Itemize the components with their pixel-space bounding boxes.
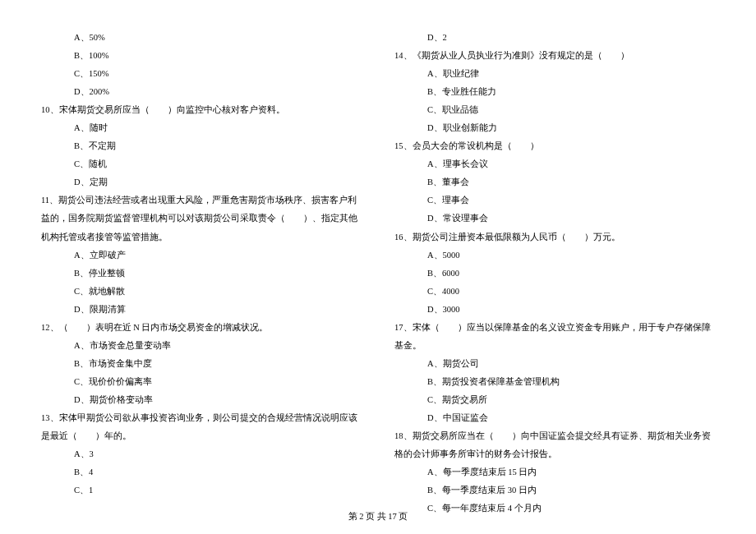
option-line: B、停业整顿 [41, 265, 362, 283]
option-line: A、期货公司 [394, 355, 715, 373]
option-line: A、5000 [394, 246, 715, 265]
option-line: B、专业胜任能力 [394, 83, 715, 101]
option-line: B、每一季度结束后 30 日内 [394, 481, 715, 499]
question-line: 11、期货公司违法经营或者出现重大风险，严重危害期货市场秩序、损害客户利益的，国… [41, 191, 362, 246]
option-line: B、4 [41, 463, 362, 481]
question-line: 10、宋体期货交易所应当（ ）向监控中心核对客户资料。 [41, 101, 362, 119]
option-line: C、150% [41, 65, 362, 83]
option-line: D、常设理事会 [394, 209, 715, 228]
left-column: A、50%B、100%C、150%D、200%10、宋体期货交易所应当（ ）向监… [41, 29, 362, 518]
question-line: 14、《期货从业人员执业行为准则》没有规定的是（ ） [394, 47, 715, 65]
option-line: A、理事长会议 [394, 155, 715, 173]
option-line: B、不定期 [41, 137, 362, 155]
option-line: B、董事会 [394, 173, 715, 191]
page-content: A、50%B、100%C、150%D、200%10、宋体期货交易所应当（ ）向监… [0, 0, 756, 518]
option-line: B、市场资金集中度 [41, 355, 362, 373]
option-line: D、3000 [394, 301, 715, 319]
option-line: A、50% [41, 29, 362, 47]
question-line: 13、宋体甲期货公司欲从事投资咨询业务，则公司提交的合规经营情况说明应该是最近（… [41, 409, 362, 445]
option-line: C、理事会 [394, 191, 715, 209]
question-line: 18、期货交易所应当在（ ）向中国证监会提交经具有证券、期货相关业务资格的会计师… [394, 427, 715, 463]
question-line: 16、期货公司注册资本最低限额为人民币（ ）万元。 [394, 228, 715, 246]
option-line: A、每一季度结束后 15 日内 [394, 463, 715, 481]
option-line: D、限期清算 [41, 301, 362, 319]
option-line: A、3 [41, 445, 362, 463]
option-line: C、1 [41, 481, 362, 499]
option-line: D、2 [394, 29, 715, 47]
question-line: 15、会员大会的常设机构是（ ） [394, 137, 715, 155]
option-line: D、期货价格变动率 [41, 391, 362, 409]
option-line: C、期货交易所 [394, 391, 715, 409]
question-line: 12、（ ）表明在近 N 日内市场交易资金的增减状况。 [41, 319, 362, 337]
option-line: C、现价价价偏离率 [41, 373, 362, 391]
option-line: B、100% [41, 47, 362, 65]
option-line: A、市场资金总量变动率 [41, 337, 362, 355]
option-line: D、职业创新能力 [394, 119, 715, 137]
option-line: B、期货投资者保障基金管理机构 [394, 373, 715, 391]
option-line: C、职业品德 [394, 101, 715, 119]
option-line: A、职业纪律 [394, 65, 715, 83]
option-line: C、4000 [394, 283, 715, 301]
right-column: D、214、《期货从业人员执业行为准则》没有规定的是（ ）A、职业纪律B、专业胜… [394, 29, 715, 518]
option-line: D、定期 [41, 173, 362, 191]
option-line: A、立即破产 [41, 246, 362, 265]
option-line: A、随时 [41, 119, 362, 137]
option-line: B、6000 [394, 265, 715, 283]
page-footer: 第 2 页 共 17 页 [0, 511, 756, 522]
option-line: C、就地解散 [41, 283, 362, 301]
option-line: D、200% [41, 83, 362, 101]
option-line: C、随机 [41, 155, 362, 173]
option-line: D、中国证监会 [394, 409, 715, 427]
question-line: 17、宋体（ ）应当以保障基金的名义设立资金专用账户，用于专户存储保障基金。 [394, 319, 715, 355]
